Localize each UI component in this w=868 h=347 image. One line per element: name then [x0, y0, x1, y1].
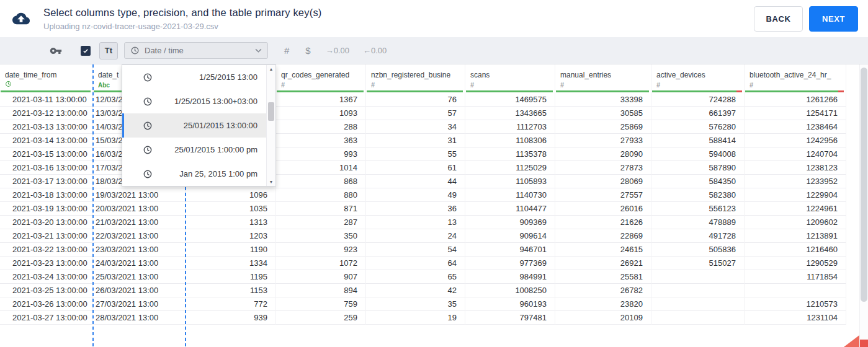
- table-cell[interactable]: 797481: [465, 311, 555, 325]
- format-option[interactable]: 1/25/2015 13:00+03:00: [122, 89, 266, 113]
- table-cell[interactable]: 1469575: [465, 93, 555, 107]
- table-cell[interactable]: 27557: [555, 188, 651, 202]
- table-cell[interactable]: 25/03/2021 13:00: [93, 270, 185, 284]
- table-cell[interactable]: 1008250: [465, 284, 555, 297]
- table-cell[interactable]: 1035: [186, 202, 275, 216]
- table-cell[interactable]: 1261266: [745, 93, 846, 107]
- table-cell[interactable]: 1014: [276, 161, 365, 175]
- table-cell[interactable]: 13: [366, 216, 465, 229]
- table-cell[interactable]: 22869: [555, 229, 651, 243]
- primary-key-icon[interactable]: [50, 45, 62, 57]
- format-option[interactable]: Jan 25, 2015 1:00 pm: [122, 162, 266, 186]
- table-cell[interactable]: 491728: [651, 229, 744, 243]
- table-cell[interactable]: 24615: [555, 243, 651, 257]
- number-type-button[interactable]: #: [284, 45, 289, 56]
- table-cell[interactable]: 939: [186, 311, 275, 325]
- table-cell[interactable]: 2021-03-11 13:00:00: [0, 93, 92, 107]
- table-cell[interactable]: 1224961: [745, 202, 846, 216]
- table-cell[interactable]: 23/03/2021 13:00: [93, 243, 185, 257]
- back-button[interactable]: BACK: [754, 6, 803, 32]
- table-vertical-scrollbar[interactable]: [859, 64, 868, 347]
- table-cell[interactable]: 26921: [555, 257, 651, 270]
- table-cell[interactable]: 894: [276, 284, 365, 297]
- table-cell[interactable]: 1203: [186, 229, 275, 243]
- increase-decimal-button[interactable]: →0.00: [326, 46, 349, 55]
- table-cell[interactable]: 1105893: [465, 175, 555, 188]
- table-cell[interactable]: 259: [276, 311, 365, 325]
- table-cell[interactable]: 1367: [276, 93, 365, 107]
- table-cell[interactable]: 287: [276, 216, 365, 229]
- table-cell[interactable]: [651, 297, 744, 311]
- table-cell[interactable]: 2021-03-17 13:00:00: [0, 175, 92, 188]
- table-cell[interactable]: 1242956: [745, 134, 846, 147]
- text-type-button[interactable]: Tt: [99, 42, 118, 59]
- table-cell[interactable]: 55: [366, 147, 465, 161]
- decrease-decimal-button[interactable]: ←0.00: [363, 46, 387, 55]
- include-column-checkbox[interactable]: [81, 46, 91, 56]
- table-cell[interactable]: 2021-03-12 13:00:00: [0, 107, 92, 120]
- table-cell[interactable]: [651, 311, 744, 325]
- table-cell[interactable]: 26016: [555, 202, 651, 216]
- table-cell[interactable]: 2021-03-16 13:00:00: [0, 161, 92, 175]
- table-cell[interactable]: 20109: [555, 311, 651, 325]
- table-cell[interactable]: 42: [366, 284, 465, 297]
- table-cell[interactable]: 724288: [651, 93, 744, 107]
- table-cell[interactable]: 33398: [555, 93, 651, 107]
- table-cell[interactable]: [745, 284, 846, 297]
- table-cell[interactable]: 35: [366, 297, 465, 311]
- table-cell[interactable]: 2021-03-18 13:00:00: [0, 188, 92, 202]
- table-cell[interactable]: 556123: [651, 202, 744, 216]
- table-cell[interactable]: 1108306: [465, 134, 555, 147]
- table-cell[interactable]: 1140730: [465, 188, 555, 202]
- scroll-up-icon[interactable]: ▲: [267, 65, 275, 73]
- table-cell[interactable]: 1213891: [745, 229, 846, 243]
- table-cell[interactable]: 1153: [186, 284, 275, 297]
- table-cell[interactable]: 1104477: [465, 202, 555, 216]
- table-cell[interactable]: 21/03/2021 13:00: [93, 216, 185, 229]
- table-cell[interactable]: 25869: [555, 120, 651, 134]
- table-cell[interactable]: 1210573: [745, 297, 846, 311]
- next-button[interactable]: NEXT: [809, 6, 858, 32]
- table-cell[interactable]: 515027: [651, 257, 744, 270]
- table-cell[interactable]: 31: [366, 134, 465, 147]
- table-cell[interactable]: 26782: [555, 284, 651, 297]
- table-cell[interactable]: 1135378: [465, 147, 555, 161]
- scroll-down-icon[interactable]: ▼: [267, 178, 275, 186]
- table-cell[interactable]: 23820: [555, 297, 651, 311]
- table-cell[interactable]: 76: [366, 93, 465, 107]
- table-cell[interactable]: 759: [276, 297, 365, 311]
- table-cell[interactable]: 909614: [465, 229, 555, 243]
- dropdown-scrollbar[interactable]: ▲ ▼: [266, 65, 275, 186]
- table-cell[interactable]: 1096: [186, 188, 275, 202]
- table-scrollbar-thumb[interactable]: [861, 68, 867, 302]
- table-cell[interactable]: 24/03/2021 13:00: [93, 257, 185, 270]
- format-option[interactable]: 1/25/2015 13:00: [122, 65, 266, 89]
- column-header[interactable]: scans#: [465, 64, 555, 93]
- table-cell[interactable]: 1343665: [465, 107, 555, 120]
- table-cell[interactable]: 1313: [186, 216, 275, 229]
- column-header[interactable]: qr_codes_generated#: [276, 64, 365, 93]
- table-cell[interactable]: 576280: [651, 120, 744, 134]
- column-header[interactable]: manual_entries#: [555, 64, 651, 93]
- format-option[interactable]: 25/01/2015 1:00:00 pm: [122, 138, 266, 162]
- table-cell[interactable]: 2021-03-27 13:00:00: [0, 311, 92, 325]
- table-cell[interactable]: 1229904: [745, 188, 846, 202]
- table-cell[interactable]: 923: [276, 243, 365, 257]
- table-cell[interactable]: 19/03/2021 13:00: [93, 188, 185, 202]
- table-cell[interactable]: 27933: [555, 134, 651, 147]
- format-option[interactable]: 25/01/2015 13:00:00: [122, 113, 266, 138]
- column-type-dropdown[interactable]: Date / time: [124, 42, 268, 59]
- table-cell[interactable]: 30585: [555, 107, 651, 120]
- table-cell[interactable]: 2021-03-23 13:00:00: [0, 257, 92, 270]
- table-cell[interactable]: 28069: [555, 175, 651, 188]
- table-cell[interactable]: 993: [276, 147, 365, 161]
- table-cell[interactable]: 1233952: [745, 175, 846, 188]
- table-cell[interactable]: 288: [276, 120, 365, 134]
- table-cell[interactable]: 22/03/2021 13:00: [93, 229, 185, 243]
- table-cell[interactable]: 2021-03-20 13:00:00: [0, 216, 92, 229]
- table-cell[interactable]: 24: [366, 229, 465, 243]
- table-cell[interactable]: 1238464: [745, 120, 846, 134]
- table-cell[interactable]: 478889: [651, 216, 744, 229]
- table-cell[interactable]: 1209602: [745, 216, 846, 229]
- table-cell[interactable]: 1238123: [745, 161, 846, 175]
